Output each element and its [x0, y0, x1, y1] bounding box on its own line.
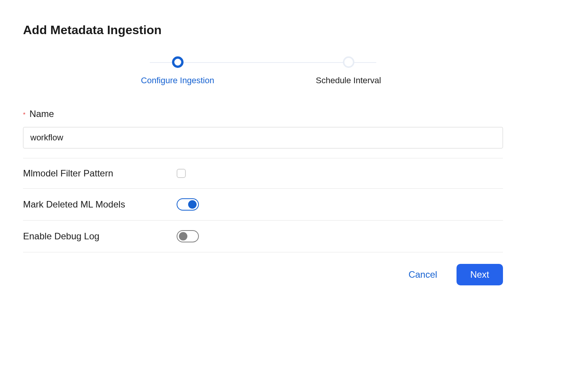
- mlmodel-filter-checkbox[interactable]: [177, 169, 186, 178]
- cancel-button[interactable]: Cancel: [409, 269, 437, 280]
- step-configure-ingestion[interactable]: Configure Ingestion: [92, 56, 263, 86]
- enable-debug-log-label: Enable Debug Log: [23, 231, 177, 242]
- enable-debug-log-toggle[interactable]: [177, 230, 199, 242]
- stepper: Configure Ingestion Schedule Interval: [23, 56, 503, 86]
- form-section-name: * Name: [23, 109, 503, 158]
- footer: Cancel Next: [23, 252, 503, 285]
- mark-deleted-toggle[interactable]: [177, 198, 199, 211]
- step-circle-inactive: [343, 56, 354, 68]
- step-circle-active: [172, 56, 184, 68]
- form-section-mlmodel-filter: Mlmodel Filter Pattern: [23, 158, 503, 189]
- next-button[interactable]: Next: [457, 264, 503, 285]
- step-label: Schedule Interval: [316, 76, 381, 86]
- name-input[interactable]: [23, 127, 503, 148]
- form-section-enable-debug: Enable Debug Log: [23, 221, 503, 252]
- step-schedule-interval[interactable]: Schedule Interval: [263, 56, 434, 86]
- step-label: Configure Ingestion: [141, 76, 214, 86]
- name-label: Name: [30, 109, 54, 119]
- required-indicator: *: [23, 112, 25, 118]
- page-title: Add Metadata Ingestion: [23, 23, 503, 37]
- mark-deleted-label: Mark Deleted ML Models: [23, 199, 177, 210]
- toggle-knob: [179, 232, 187, 240]
- toggle-knob: [188, 200, 197, 209]
- form-section-mark-deleted: Mark Deleted ML Models: [23, 189, 503, 221]
- mlmodel-filter-label: Mlmodel Filter Pattern: [23, 168, 177, 179]
